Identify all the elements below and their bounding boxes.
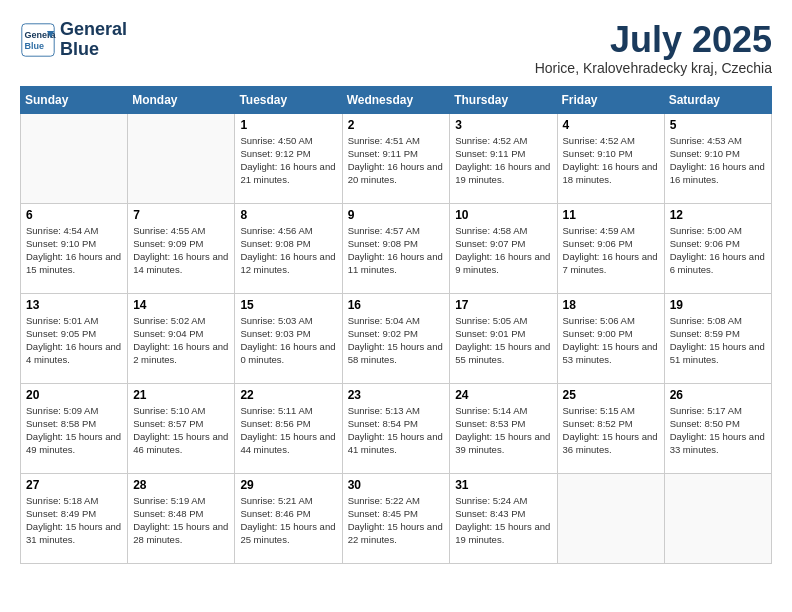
day-number: 5 bbox=[670, 118, 766, 132]
calendar-cell: 12Sunrise: 5:00 AM Sunset: 9:06 PM Dayli… bbox=[664, 203, 771, 293]
weekday-header: Thursday bbox=[450, 86, 557, 113]
day-info: Sunrise: 4:57 AM Sunset: 9:08 PM Dayligh… bbox=[348, 224, 445, 277]
day-number: 16 bbox=[348, 298, 445, 312]
weekday-header: Saturday bbox=[664, 86, 771, 113]
svg-text:Blue: Blue bbox=[25, 41, 45, 51]
day-info: Sunrise: 5:03 AM Sunset: 9:03 PM Dayligh… bbox=[240, 314, 336, 367]
day-number: 23 bbox=[348, 388, 445, 402]
day-number: 31 bbox=[455, 478, 551, 492]
day-number: 8 bbox=[240, 208, 336, 222]
day-info: Sunrise: 4:51 AM Sunset: 9:11 PM Dayligh… bbox=[348, 134, 445, 187]
day-number: 22 bbox=[240, 388, 336, 402]
header-row: SundayMondayTuesdayWednesdayThursdayFrid… bbox=[21, 86, 772, 113]
calendar-cell: 30Sunrise: 5:22 AM Sunset: 8:45 PM Dayli… bbox=[342, 473, 450, 563]
day-info: Sunrise: 4:56 AM Sunset: 9:08 PM Dayligh… bbox=[240, 224, 336, 277]
day-number: 10 bbox=[455, 208, 551, 222]
calendar-cell: 6Sunrise: 4:54 AM Sunset: 9:10 PM Daylig… bbox=[21, 203, 128, 293]
weekday-header: Wednesday bbox=[342, 86, 450, 113]
day-info: Sunrise: 5:10 AM Sunset: 8:57 PM Dayligh… bbox=[133, 404, 229, 457]
calendar-cell: 14Sunrise: 5:02 AM Sunset: 9:04 PM Dayli… bbox=[128, 293, 235, 383]
calendar-cell: 7Sunrise: 4:55 AM Sunset: 9:09 PM Daylig… bbox=[128, 203, 235, 293]
day-number: 12 bbox=[670, 208, 766, 222]
calendar-cell: 13Sunrise: 5:01 AM Sunset: 9:05 PM Dayli… bbox=[21, 293, 128, 383]
calendar-cell: 5Sunrise: 4:53 AM Sunset: 9:10 PM Daylig… bbox=[664, 113, 771, 203]
calendar-week-row: 1Sunrise: 4:50 AM Sunset: 9:12 PM Daylig… bbox=[21, 113, 772, 203]
day-info: Sunrise: 4:53 AM Sunset: 9:10 PM Dayligh… bbox=[670, 134, 766, 187]
day-number: 17 bbox=[455, 298, 551, 312]
day-number: 9 bbox=[348, 208, 445, 222]
day-info: Sunrise: 5:08 AM Sunset: 8:59 PM Dayligh… bbox=[670, 314, 766, 367]
day-info: Sunrise: 4:52 AM Sunset: 9:11 PM Dayligh… bbox=[455, 134, 551, 187]
day-info: Sunrise: 5:01 AM Sunset: 9:05 PM Dayligh… bbox=[26, 314, 122, 367]
calendar-cell: 15Sunrise: 5:03 AM Sunset: 9:03 PM Dayli… bbox=[235, 293, 342, 383]
calendar-week-row: 27Sunrise: 5:18 AM Sunset: 8:49 PM Dayli… bbox=[21, 473, 772, 563]
calendar-cell: 27Sunrise: 5:18 AM Sunset: 8:49 PM Dayli… bbox=[21, 473, 128, 563]
day-number: 7 bbox=[133, 208, 229, 222]
day-number: 4 bbox=[563, 118, 659, 132]
day-number: 25 bbox=[563, 388, 659, 402]
day-number: 26 bbox=[670, 388, 766, 402]
day-info: Sunrise: 4:52 AM Sunset: 9:10 PM Dayligh… bbox=[563, 134, 659, 187]
calendar-week-row: 13Sunrise: 5:01 AM Sunset: 9:05 PM Dayli… bbox=[21, 293, 772, 383]
calendar-cell: 9Sunrise: 4:57 AM Sunset: 9:08 PM Daylig… bbox=[342, 203, 450, 293]
day-number: 1 bbox=[240, 118, 336, 132]
calendar-cell: 17Sunrise: 5:05 AM Sunset: 9:01 PM Dayli… bbox=[450, 293, 557, 383]
day-number: 13 bbox=[26, 298, 122, 312]
day-number: 28 bbox=[133, 478, 229, 492]
day-info: Sunrise: 5:05 AM Sunset: 9:01 PM Dayligh… bbox=[455, 314, 551, 367]
calendar-week-row: 20Sunrise: 5:09 AM Sunset: 8:58 PM Dayli… bbox=[21, 383, 772, 473]
logo-icon: General Blue bbox=[20, 22, 56, 58]
calendar-body: 1Sunrise: 4:50 AM Sunset: 9:12 PM Daylig… bbox=[21, 113, 772, 563]
day-info: Sunrise: 5:15 AM Sunset: 8:52 PM Dayligh… bbox=[563, 404, 659, 457]
day-info: Sunrise: 5:14 AM Sunset: 8:53 PM Dayligh… bbox=[455, 404, 551, 457]
weekday-header: Friday bbox=[557, 86, 664, 113]
day-number: 14 bbox=[133, 298, 229, 312]
day-info: Sunrise: 5:09 AM Sunset: 8:58 PM Dayligh… bbox=[26, 404, 122, 457]
day-number: 6 bbox=[26, 208, 122, 222]
calendar-header: SundayMondayTuesdayWednesdayThursdayFrid… bbox=[21, 86, 772, 113]
calendar-cell bbox=[557, 473, 664, 563]
logo: General Blue General Blue bbox=[20, 20, 127, 60]
calendar-cell: 29Sunrise: 5:21 AM Sunset: 8:46 PM Dayli… bbox=[235, 473, 342, 563]
day-info: Sunrise: 4:50 AM Sunset: 9:12 PM Dayligh… bbox=[240, 134, 336, 187]
day-number: 11 bbox=[563, 208, 659, 222]
calendar-cell: 2Sunrise: 4:51 AM Sunset: 9:11 PM Daylig… bbox=[342, 113, 450, 203]
calendar-cell: 23Sunrise: 5:13 AM Sunset: 8:54 PM Dayli… bbox=[342, 383, 450, 473]
day-info: Sunrise: 4:54 AM Sunset: 9:10 PM Dayligh… bbox=[26, 224, 122, 277]
day-info: Sunrise: 5:19 AM Sunset: 8:48 PM Dayligh… bbox=[133, 494, 229, 547]
calendar-cell: 1Sunrise: 4:50 AM Sunset: 9:12 PM Daylig… bbox=[235, 113, 342, 203]
month-year: July 2025 bbox=[535, 20, 772, 60]
day-info: Sunrise: 4:55 AM Sunset: 9:09 PM Dayligh… bbox=[133, 224, 229, 277]
day-info: Sunrise: 5:17 AM Sunset: 8:50 PM Dayligh… bbox=[670, 404, 766, 457]
calendar-cell: 8Sunrise: 4:56 AM Sunset: 9:08 PM Daylig… bbox=[235, 203, 342, 293]
calendar-cell: 25Sunrise: 5:15 AM Sunset: 8:52 PM Dayli… bbox=[557, 383, 664, 473]
calendar-cell: 11Sunrise: 4:59 AM Sunset: 9:06 PM Dayli… bbox=[557, 203, 664, 293]
location: Horice, Kralovehradecky kraj, Czechia bbox=[535, 60, 772, 76]
day-number: 20 bbox=[26, 388, 122, 402]
day-number: 29 bbox=[240, 478, 336, 492]
calendar-cell: 18Sunrise: 5:06 AM Sunset: 9:00 PM Dayli… bbox=[557, 293, 664, 383]
weekday-header: Monday bbox=[128, 86, 235, 113]
day-info: Sunrise: 5:24 AM Sunset: 8:43 PM Dayligh… bbox=[455, 494, 551, 547]
calendar-cell: 3Sunrise: 4:52 AM Sunset: 9:11 PM Daylig… bbox=[450, 113, 557, 203]
day-info: Sunrise: 5:18 AM Sunset: 8:49 PM Dayligh… bbox=[26, 494, 122, 547]
day-number: 30 bbox=[348, 478, 445, 492]
calendar-cell: 19Sunrise: 5:08 AM Sunset: 8:59 PM Dayli… bbox=[664, 293, 771, 383]
weekday-header: Tuesday bbox=[235, 86, 342, 113]
logo-text: General Blue bbox=[60, 20, 127, 60]
day-info: Sunrise: 5:11 AM Sunset: 8:56 PM Dayligh… bbox=[240, 404, 336, 457]
calendar-cell bbox=[664, 473, 771, 563]
day-number: 24 bbox=[455, 388, 551, 402]
calendar-cell: 22Sunrise: 5:11 AM Sunset: 8:56 PM Dayli… bbox=[235, 383, 342, 473]
day-number: 3 bbox=[455, 118, 551, 132]
page-header: General Blue General Blue July 2025 Hori… bbox=[20, 20, 772, 76]
day-info: Sunrise: 4:59 AM Sunset: 9:06 PM Dayligh… bbox=[563, 224, 659, 277]
calendar-cell: 31Sunrise: 5:24 AM Sunset: 8:43 PM Dayli… bbox=[450, 473, 557, 563]
day-number: 18 bbox=[563, 298, 659, 312]
calendar-cell: 21Sunrise: 5:10 AM Sunset: 8:57 PM Dayli… bbox=[128, 383, 235, 473]
day-number: 27 bbox=[26, 478, 122, 492]
day-number: 15 bbox=[240, 298, 336, 312]
title-block: July 2025 Horice, Kralovehradecky kraj, … bbox=[535, 20, 772, 76]
day-number: 2 bbox=[348, 118, 445, 132]
day-info: Sunrise: 5:13 AM Sunset: 8:54 PM Dayligh… bbox=[348, 404, 445, 457]
